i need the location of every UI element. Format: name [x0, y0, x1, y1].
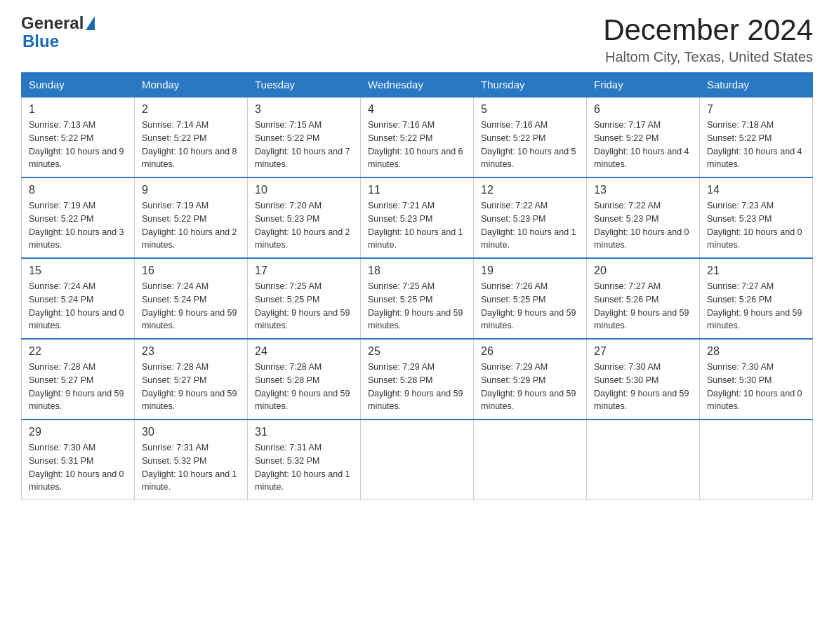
day-number: 29 — [29, 426, 127, 438]
logo-blue-text: Blue — [22, 32, 59, 51]
calendar-cell — [700, 420, 813, 500]
day-number: 20 — [594, 264, 692, 277]
day-info: Sunrise: 7:28 AM Sunset: 5:27 PM Dayligh… — [29, 361, 127, 413]
day-info: Sunrise: 7:30 AM Sunset: 5:31 PM Dayligh… — [29, 441, 127, 494]
day-info: Sunrise: 7:14 AM Sunset: 5:22 PM Dayligh… — [142, 119, 240, 171]
day-number: 7 — [707, 103, 805, 116]
weekday-header-friday: Friday — [587, 73, 700, 98]
day-info: Sunrise: 7:25 AM Sunset: 5:25 PM Dayligh… — [368, 280, 466, 333]
day-number: 26 — [481, 345, 579, 358]
day-info: Sunrise: 7:15 AM Sunset: 5:22 PM Dayligh… — [255, 119, 353, 171]
day-number: 14 — [707, 184, 805, 196]
calendar-cell: 10 Sunrise: 7:20 AM Sunset: 5:23 PM Dayl… — [248, 177, 361, 258]
calendar-header-row: SundayMondayTuesdayWednesdayThursdayFrid… — [22, 73, 813, 98]
day-info: Sunrise: 7:22 AM Sunset: 5:23 PM Dayligh… — [594, 199, 692, 252]
calendar-cell: 24 Sunrise: 7:28 AM Sunset: 5:28 PM Dayl… — [248, 339, 361, 420]
day-number: 19 — [481, 264, 579, 277]
weekday-header-sunday: Sunday — [22, 73, 135, 98]
calendar-cell: 29 Sunrise: 7:30 AM Sunset: 5:31 PM Dayl… — [22, 420, 135, 500]
day-info: Sunrise: 7:28 AM Sunset: 5:28 PM Dayligh… — [255, 361, 353, 413]
calendar-cell: 12 Sunrise: 7:22 AM Sunset: 5:23 PM Dayl… — [474, 177, 587, 258]
day-number: 5 — [481, 103, 579, 116]
day-info: Sunrise: 7:27 AM Sunset: 5:26 PM Dayligh… — [594, 280, 692, 333]
day-number: 24 — [255, 345, 353, 358]
calendar-cell: 3 Sunrise: 7:15 AM Sunset: 5:22 PM Dayli… — [248, 97, 361, 177]
weekday-header-wednesday: Wednesday — [361, 73, 474, 98]
calendar-cell: 15 Sunrise: 7:24 AM Sunset: 5:24 PM Dayl… — [22, 258, 135, 339]
day-info: Sunrise: 7:17 AM Sunset: 5:22 PM Dayligh… — [594, 119, 692, 171]
calendar-cell: 23 Sunrise: 7:28 AM Sunset: 5:27 PM Dayl… — [135, 339, 248, 420]
day-number: 16 — [142, 264, 240, 277]
logo-container: General Blue — [21, 14, 95, 51]
day-number: 10 — [255, 184, 353, 196]
day-number: 28 — [707, 345, 805, 358]
day-info: Sunrise: 7:19 AM Sunset: 5:22 PM Dayligh… — [142, 199, 240, 252]
calendar-cell — [474, 420, 587, 500]
day-number: 12 — [481, 184, 579, 196]
day-number: 18 — [368, 264, 466, 277]
weekday-header-monday: Monday — [135, 73, 248, 98]
calendar-cell: 27 Sunrise: 7:30 AM Sunset: 5:30 PM Dayl… — [587, 339, 700, 420]
calendar-cell: 9 Sunrise: 7:19 AM Sunset: 5:22 PM Dayli… — [135, 177, 248, 258]
day-info: Sunrise: 7:21 AM Sunset: 5:23 PM Dayligh… — [368, 199, 466, 252]
day-number: 22 — [29, 345, 127, 358]
day-info: Sunrise: 7:26 AM Sunset: 5:25 PM Dayligh… — [481, 280, 579, 333]
calendar-cell: 21 Sunrise: 7:27 AM Sunset: 5:26 PM Dayl… — [700, 258, 813, 339]
day-number: 27 — [594, 345, 692, 358]
calendar-cell: 30 Sunrise: 7:31 AM Sunset: 5:32 PM Dayl… — [135, 420, 248, 500]
calendar-cell: 13 Sunrise: 7:22 AM Sunset: 5:23 PM Dayl… — [587, 177, 700, 258]
day-number: 13 — [594, 184, 692, 196]
title-block: December 2024 Haltom City, Texas, United… — [603, 14, 813, 65]
day-number: 25 — [368, 345, 466, 358]
calendar-cell: 5 Sunrise: 7:16 AM Sunset: 5:22 PM Dayli… — [474, 97, 587, 177]
calendar-week-row: 15 Sunrise: 7:24 AM Sunset: 5:24 PM Dayl… — [22, 258, 813, 339]
day-info: Sunrise: 7:30 AM Sunset: 5:30 PM Dayligh… — [594, 361, 692, 413]
calendar-cell — [361, 420, 474, 500]
month-title: December 2024 — [603, 14, 813, 46]
calendar-week-row: 8 Sunrise: 7:19 AM Sunset: 5:22 PM Dayli… — [22, 177, 813, 258]
page-header: General Blue December 2024 Haltom City, … — [21, 14, 813, 65]
calendar-cell: 25 Sunrise: 7:29 AM Sunset: 5:28 PM Dayl… — [361, 339, 474, 420]
calendar-cell — [587, 420, 700, 500]
logo-top-line: General — [21, 14, 95, 32]
day-number: 3 — [255, 103, 353, 116]
calendar-cell: 22 Sunrise: 7:28 AM Sunset: 5:27 PM Dayl… — [22, 339, 135, 420]
location-subtitle: Haltom City, Texas, United States — [603, 49, 813, 65]
calendar-cell: 6 Sunrise: 7:17 AM Sunset: 5:22 PM Dayli… — [587, 97, 700, 177]
day-info: Sunrise: 7:18 AM Sunset: 5:22 PM Dayligh… — [707, 119, 805, 171]
calendar-cell: 31 Sunrise: 7:31 AM Sunset: 5:32 PM Dayl… — [248, 420, 361, 500]
weekday-header-saturday: Saturday — [700, 73, 813, 98]
day-number: 1 — [29, 103, 127, 116]
day-number: 11 — [368, 184, 466, 196]
day-number: 8 — [29, 184, 127, 196]
day-number: 31 — [255, 426, 353, 438]
day-number: 17 — [255, 264, 353, 277]
calendar-cell: 18 Sunrise: 7:25 AM Sunset: 5:25 PM Dayl… — [361, 258, 474, 339]
calendar-cell: 20 Sunrise: 7:27 AM Sunset: 5:26 PM Dayl… — [587, 258, 700, 339]
calendar-cell: 11 Sunrise: 7:21 AM Sunset: 5:23 PM Dayl… — [361, 177, 474, 258]
calendar-cell: 4 Sunrise: 7:16 AM Sunset: 5:22 PM Dayli… — [361, 97, 474, 177]
logo: General Blue — [21, 14, 95, 51]
day-info: Sunrise: 7:22 AM Sunset: 5:23 PM Dayligh… — [481, 199, 579, 252]
day-info: Sunrise: 7:27 AM Sunset: 5:26 PM Dayligh… — [707, 280, 805, 333]
day-info: Sunrise: 7:23 AM Sunset: 5:23 PM Dayligh… — [707, 199, 805, 252]
day-number: 6 — [594, 103, 692, 116]
calendar-cell: 2 Sunrise: 7:14 AM Sunset: 5:22 PM Dayli… — [135, 97, 248, 177]
day-info: Sunrise: 7:30 AM Sunset: 5:30 PM Dayligh… — [707, 361, 805, 413]
weekday-header-tuesday: Tuesday — [248, 73, 361, 98]
day-info: Sunrise: 7:25 AM Sunset: 5:25 PM Dayligh… — [255, 280, 353, 333]
logo-triangle-icon — [86, 16, 95, 30]
calendar-cell: 1 Sunrise: 7:13 AM Sunset: 5:22 PM Dayli… — [22, 97, 135, 177]
calendar-cell: 26 Sunrise: 7:29 AM Sunset: 5:29 PM Dayl… — [474, 339, 587, 420]
day-info: Sunrise: 7:24 AM Sunset: 5:24 PM Dayligh… — [142, 280, 240, 333]
logo-general-text: General — [21, 14, 84, 32]
calendar-cell: 19 Sunrise: 7:26 AM Sunset: 5:25 PM Dayl… — [474, 258, 587, 339]
calendar-cell: 17 Sunrise: 7:25 AM Sunset: 5:25 PM Dayl… — [248, 258, 361, 339]
day-info: Sunrise: 7:29 AM Sunset: 5:28 PM Dayligh… — [368, 361, 466, 413]
calendar-cell: 8 Sunrise: 7:19 AM Sunset: 5:22 PM Dayli… — [22, 177, 135, 258]
day-number: 4 — [368, 103, 466, 116]
day-number: 21 — [707, 264, 805, 277]
calendar-cell: 28 Sunrise: 7:30 AM Sunset: 5:30 PM Dayl… — [700, 339, 813, 420]
calendar-week-row: 22 Sunrise: 7:28 AM Sunset: 5:27 PM Dayl… — [22, 339, 813, 420]
day-info: Sunrise: 7:13 AM Sunset: 5:22 PM Dayligh… — [29, 119, 127, 171]
